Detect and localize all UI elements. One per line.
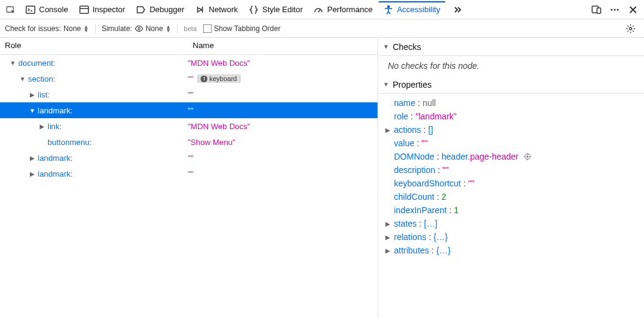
tab-debugger[interactable]: Debugger xyxy=(131,2,189,17)
close-icon[interactable] xyxy=(624,1,642,18)
iframe-picker-icon[interactable] xyxy=(2,1,20,18)
performance-icon xyxy=(313,5,323,15)
name-text: "Show Menu" xyxy=(188,138,235,147)
inspector-icon xyxy=(79,5,89,15)
twisty-icon[interactable]: ▼ xyxy=(20,76,26,82)
properties-list: name: nullrole: "landmark"▶actions: []va… xyxy=(378,94,644,260)
tab-label: Style Editor xyxy=(262,5,302,14)
tabbing-label: Show Tabbing Order xyxy=(214,24,281,33)
prop-key: DOMNode xyxy=(394,152,434,161)
role-text: section: xyxy=(28,74,55,83)
prop-key: name xyxy=(394,98,415,108)
twisty-icon[interactable]: ▼ xyxy=(29,107,35,114)
property-row: keyboardShortcut: "" xyxy=(378,177,644,190)
tree-row[interactable]: buttonmenu:"Show Menu" xyxy=(0,134,377,150)
prop-key: childCount xyxy=(394,192,434,202)
tab-label: Inspector xyxy=(93,5,125,14)
tab-network[interactable]: Network xyxy=(190,2,243,17)
tab-style-editor[interactable]: Style Editor xyxy=(244,2,307,17)
chevron-updown-icon: ▲▼ xyxy=(165,25,171,32)
tab-performance[interactable]: Performance xyxy=(309,2,377,17)
twisty-icon[interactable]: ▼ xyxy=(10,60,16,66)
properties-section-header[interactable]: ▼ Properties xyxy=(378,76,644,94)
twisty-icon[interactable]: ▶ xyxy=(29,171,35,177)
property-row: DOMNode: header.page-header xyxy=(378,150,644,163)
accessibility-icon xyxy=(384,5,393,15)
divider xyxy=(177,24,177,34)
property-row: description: "" xyxy=(378,163,644,177)
twisty-icon[interactable]: ▶ xyxy=(385,247,392,254)
tree-header: Role Name xyxy=(0,38,377,55)
tab-label: Debugger xyxy=(149,5,184,14)
name-text: "MDN Web Docs" xyxy=(188,58,250,68)
twisty-icon[interactable]: ▶ xyxy=(385,234,392,241)
simulate-value: None xyxy=(146,24,163,33)
role-text: landmark: xyxy=(38,154,73,163)
checkbox-icon xyxy=(203,24,212,33)
tree-row[interactable]: ▶landmark:"" xyxy=(0,150,377,166)
twisty-icon[interactable]: ▶ xyxy=(29,91,35,98)
role-text: link: xyxy=(48,122,62,131)
svg-point-10 xyxy=(629,27,632,30)
twisty-icon[interactable]: ▶ xyxy=(39,123,45,130)
twisty-icon[interactable]: ▶ xyxy=(385,127,392,133)
property-row: indexInParent: 1 xyxy=(378,203,644,217)
svg-point-8 xyxy=(617,9,619,10)
tree-row[interactable]: ▶list:"" xyxy=(0,87,377,102)
tab-inspector[interactable]: Inspector xyxy=(74,2,130,17)
tab-console[interactable]: Console xyxy=(21,2,73,17)
divider xyxy=(95,24,96,34)
responsive-mode-icon[interactable] xyxy=(588,1,605,18)
property-row: childCount: 2 xyxy=(378,190,644,203)
twisty-icon[interactable]: ▶ xyxy=(385,221,392,227)
tabbing-order-checkbox[interactable]: Show Tabbing Order xyxy=(203,24,281,33)
prop-value: "" xyxy=(421,138,428,148)
name-text: "" xyxy=(188,90,193,99)
twisty-icon[interactable]: ▶ xyxy=(29,155,35,161)
property-row: value: "" xyxy=(378,136,644,150)
style-editor-icon xyxy=(249,5,259,15)
eye-icon xyxy=(135,24,143,33)
twisty-icon: ▼ xyxy=(383,81,389,88)
col-role[interactable]: Role xyxy=(0,38,188,54)
prop-key: relations xyxy=(394,232,426,242)
console-icon xyxy=(26,5,35,15)
tree-row[interactable]: ▶link:"MDN Web Docs" xyxy=(0,118,377,134)
overflow-icon[interactable] xyxy=(449,1,466,18)
tab-accessibility[interactable]: Accessibility xyxy=(379,1,445,17)
check-for-issues-dropdown[interactable]: Check for issues: None ▲▼ xyxy=(5,24,89,33)
prop-key: states xyxy=(394,219,417,228)
prop-key: indexInParent xyxy=(394,205,446,215)
checks-title: Checks xyxy=(393,42,421,52)
gear-icon[interactable] xyxy=(622,20,639,37)
property-row: ▶attributes: {…} xyxy=(378,244,644,257)
checks-section-header[interactable]: ▼ Checks xyxy=(378,38,644,56)
name-text: "" xyxy=(188,154,193,163)
debugger-icon xyxy=(136,5,146,15)
property-row: ▶actions: [] xyxy=(378,123,644,136)
tab-label: Accessibility xyxy=(397,5,440,14)
meatball-menu-icon[interactable] xyxy=(606,1,623,18)
name-text: "" xyxy=(188,106,193,115)
tree-row[interactable]: ▶landmark:"" xyxy=(0,166,377,182)
tree-row[interactable]: ▼landmark:"" xyxy=(0,102,377,118)
prop-key: role xyxy=(394,111,408,121)
tree-row[interactable]: ▼section:""!keyboard xyxy=(0,71,377,87)
tab-label: Network xyxy=(209,5,238,14)
role-text: buttonmenu: xyxy=(48,138,91,147)
role-text: document: xyxy=(18,58,55,68)
property-row: role: "landmark" xyxy=(378,110,644,123)
property-row: ▶relations: {…} xyxy=(378,230,644,244)
accessibility-subtoolbar: Check for issues: None ▲▼ Simulate: None… xyxy=(0,19,644,38)
simulate-dropdown[interactable]: Simulate: None ▲▼ xyxy=(102,24,171,33)
col-name[interactable]: Name xyxy=(188,38,377,54)
prop-value: {…} xyxy=(434,232,448,242)
accessibility-tree: ▼document:"MDN Web Docs"▼section:""!keyb… xyxy=(0,55,377,318)
chevron-updown-icon: ▲▼ xyxy=(84,25,89,32)
svg-point-12 xyxy=(527,156,529,158)
highlight-node-icon[interactable] xyxy=(521,152,532,161)
beta-badge: beta xyxy=(184,25,196,32)
name-text: "MDN Web Docs" xyxy=(188,122,250,131)
tree-row[interactable]: ▼document:"MDN Web Docs" xyxy=(0,55,377,71)
role-text: landmark: xyxy=(38,169,73,178)
